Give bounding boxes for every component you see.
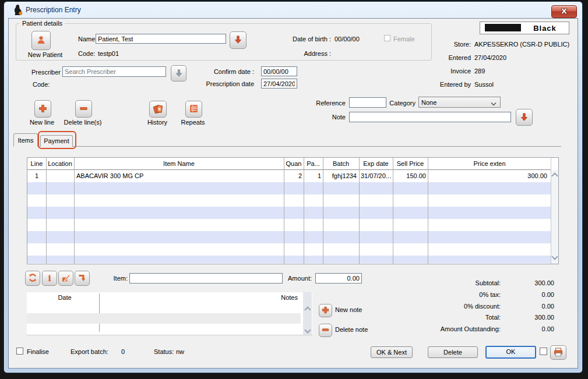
note-expand-button[interactable] xyxy=(516,109,533,126)
tab-payment-label: Payment xyxy=(44,137,69,144)
repeats-label: Repeats xyxy=(170,119,216,126)
entered-value: 27/04/2020 xyxy=(474,54,506,62)
notes-scrollbar[interactable] xyxy=(303,292,312,335)
prescriber-lookup-button[interactable] xyxy=(171,65,186,82)
info-icon: i xyxy=(48,274,51,283)
export-batch-value: 0 xyxy=(121,348,125,356)
col-header-quan[interactable]: Quan xyxy=(284,158,304,169)
history-button[interactable] xyxy=(149,101,167,118)
col-header-item-name[interactable]: Item Name xyxy=(74,158,284,169)
ok-button[interactable]: OK xyxy=(485,346,536,359)
down-arrow-grey-icon xyxy=(175,69,183,79)
tab-items-label: Items xyxy=(18,137,34,144)
prescription-date-input[interactable] xyxy=(261,79,297,88)
new-patient-label: New Patient xyxy=(23,51,67,59)
invoice-color-name: Black xyxy=(522,24,568,33)
edit-note-button[interactable] xyxy=(58,271,73,286)
discount-label: 0% discount: xyxy=(355,303,501,310)
tax-label: 0% tax: xyxy=(355,291,501,299)
col-header-batch[interactable]: Batch xyxy=(323,158,359,169)
history-cards-icon xyxy=(153,104,163,115)
item-label: Item: xyxy=(102,275,128,282)
minus-icon xyxy=(79,104,89,115)
subtotal-value: 300.00 xyxy=(502,279,554,287)
col-header-line[interactable]: Line xyxy=(27,158,46,169)
item-search-input[interactable] xyxy=(129,273,283,284)
scroll-up-icon[interactable] xyxy=(304,306,311,313)
patient-code-label: Code: xyxy=(78,50,95,58)
note-input[interactable] xyxy=(349,112,511,122)
confirm-date-input[interactable] xyxy=(261,66,297,76)
items-table: Line Location Item Name Quan Pa... Batch… xyxy=(27,157,559,264)
repeats-button[interactable] xyxy=(185,101,202,118)
prescription-date-label: Prescription date xyxy=(196,80,254,88)
new-line-button[interactable] xyxy=(34,100,51,118)
prescriber-code-label: Code: xyxy=(33,81,50,88)
delete-note-button[interactable] xyxy=(319,324,332,337)
scroll-down-icon[interactable] xyxy=(304,327,311,333)
delete-lines-button[interactable] xyxy=(75,100,92,118)
col-header-sell-price[interactable]: Sell Price xyxy=(393,158,428,169)
print-button[interactable] xyxy=(550,345,566,360)
line-info-button[interactable]: i xyxy=(42,271,57,286)
store-label: Store: xyxy=(335,41,471,48)
cell-quan: 2 xyxy=(284,170,302,182)
refresh-line-button[interactable] xyxy=(25,271,40,286)
cell-exp-date: 31/07/20... xyxy=(361,170,392,182)
total-value: 300.00 xyxy=(502,314,554,321)
title-bar[interactable]: Prescription Entry xyxy=(4,2,582,18)
new-note-button[interactable] xyxy=(319,304,332,317)
notes-date-header[interactable]: Date xyxy=(38,294,91,302)
minus-icon xyxy=(321,325,330,335)
ok-next-button[interactable]: OK & Next xyxy=(371,346,413,358)
entered-by-label: Entered by xyxy=(335,81,471,88)
delete-button[interactable]: Delete xyxy=(428,346,478,358)
col-header-pack[interactable]: Pa... xyxy=(304,158,323,169)
table-row[interactable]: 1 ABACAVIR 300 MG CP 2 1 fghj1234 31/07/… xyxy=(27,170,551,182)
add-placeholder-line-button[interactable] xyxy=(75,271,90,286)
category-label: Category xyxy=(375,100,416,107)
table-scrollbar[interactable] xyxy=(551,170,558,264)
cell-sell-price: 150.00 xyxy=(394,170,426,182)
patient-lookup-button[interactable] xyxy=(230,31,247,49)
cell-pack: 1 xyxy=(304,170,321,182)
col-header-location[interactable]: Location xyxy=(46,158,74,169)
notes-list: Date Notes xyxy=(27,292,312,335)
confirm-date-label: Confirm date : xyxy=(196,68,254,76)
notes-row-stripe xyxy=(27,313,301,324)
new-patient-button[interactable] xyxy=(31,31,51,50)
notes-notes-header[interactable]: Notes xyxy=(242,294,298,302)
finalise-checkbox[interactable] xyxy=(16,348,23,355)
close-button[interactable] xyxy=(551,5,577,18)
repeats-grid-icon xyxy=(189,104,199,115)
status-value: nw xyxy=(176,348,184,356)
empty-row-stripes xyxy=(27,182,551,263)
patient-details-legend: Patient details xyxy=(20,20,65,27)
delete-lines-label: Delete line(s) xyxy=(59,119,106,126)
desktop-background: Prescription Entry Patient details xyxy=(0,0,588,379)
category-value: None xyxy=(421,99,436,106)
app-logo-icon xyxy=(13,4,23,16)
patient-name-input[interactable] xyxy=(96,34,226,44)
prescriber-search-input[interactable] xyxy=(62,66,166,77)
prescription-entry-window: Prescription Entry Patient details xyxy=(3,1,583,373)
finalise-label: Finalise xyxy=(27,348,49,356)
cell-item-name: ABACAVIR 300 MG CP xyxy=(76,170,281,182)
amount-outstanding-value: 0.00 xyxy=(502,325,554,333)
tab-payment[interactable]: Payment xyxy=(40,135,73,147)
col-header-price-exten[interactable]: Price exten xyxy=(428,158,551,169)
amount-label: Amount: xyxy=(271,275,312,282)
store-value: AKPESSEKRO (CSR-D PUBLIC) xyxy=(474,41,569,48)
entered-label: Entered xyxy=(335,54,471,62)
print-checkbox[interactable] xyxy=(540,348,547,355)
invoice-color-selector[interactable]: Black xyxy=(480,22,569,34)
col-header-exp-date[interactable]: Exp date xyxy=(359,158,393,169)
refresh-icon xyxy=(28,273,37,284)
person-icon xyxy=(36,35,46,46)
entered-by-value: Sussol xyxy=(474,81,494,88)
category-select[interactable]: None xyxy=(418,97,501,108)
scroll-down-icon[interactable] xyxy=(551,253,558,260)
scroll-up-icon[interactable] xyxy=(551,172,558,179)
tab-items[interactable]: Items xyxy=(13,133,38,147)
plus-icon xyxy=(38,104,48,115)
